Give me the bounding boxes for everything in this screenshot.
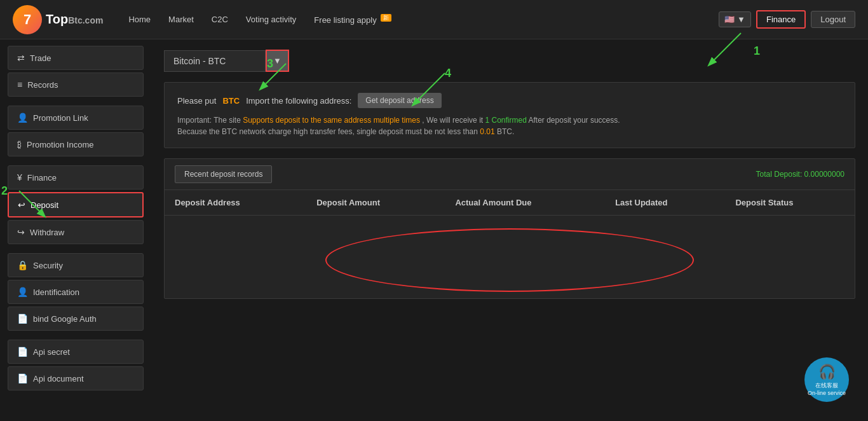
sidebar-item-security[interactable]: 🔒 Security: [8, 253, 144, 277]
btc-end: BTC.: [497, 127, 514, 136]
header-right: 🇺🇸 ▼ Finance Logout: [719, 10, 855, 29]
nav-badge: 新: [381, 14, 391, 22]
logo-btc: Btc: [68, 15, 83, 25]
sidebar-group-3: ¥ Finance ↩ Deposit ↪ Withdraw: [8, 165, 144, 244]
nav-voting[interactable]: Voting activity: [246, 15, 297, 24]
sidebar-item-label: Api secret: [33, 347, 70, 357]
col-last-updated: Last Updated: [605, 190, 725, 216]
sidebar-item-label: bind Google Auth: [33, 314, 97, 324]
get-deposit-address-button[interactable]: Get deposit address: [358, 93, 441, 108]
sidebar-item-label: Security: [33, 261, 63, 270]
security-icon: 🔒: [17, 260, 28, 270]
nav-free-listing[interactable]: Free listing apply 新: [314, 14, 391, 25]
empty-records-area: [165, 222, 855, 298]
recent-deposit-records-tab[interactable]: Recent deposit records: [175, 165, 272, 183]
sidebar-item-label: Promotion Link: [33, 113, 88, 123]
sidebar-item-api-document[interactable]: 📄 Api document: [8, 366, 144, 390]
col-deposit-status: Deposit Status: [725, 190, 855, 216]
dropdown-arrow-icon: ▼: [737, 15, 745, 24]
mid-text1: , We will receive it: [422, 116, 485, 125]
sidebar-item-promotion-income[interactable]: ₿ Promotion Income: [8, 132, 144, 156]
confirmed-text: 1 Confirmed: [485, 116, 526, 125]
sidebar-group-2: 👤 Promotion Link ₿ Promotion Income: [8, 106, 144, 156]
header: 7 TopBtc.com Home Market C2C Voting acti…: [0, 0, 868, 39]
promotion-income-icon: ₿: [17, 139, 22, 149]
google-auth-icon: 📄: [17, 314, 28, 324]
finance-icon: ¥: [17, 172, 22, 183]
logout-button[interactable]: Logout: [811, 11, 855, 28]
sidebar-item-records[interactable]: ≡ Records: [8, 72, 144, 97]
online-service-english: On-line service: [808, 390, 846, 396]
nav-c2c[interactable]: C2C: [212, 15, 228, 24]
sidebar-item-deposit[interactable]: ↩ Deposit: [8, 192, 144, 217]
sidebar-item-label: Records: [27, 80, 58, 90]
nav-links: Home Market C2C Voting activity Free lis…: [128, 14, 719, 25]
records-table: Deposit Address Deposit Amount Actual Am…: [165, 190, 855, 216]
sidebar-item-label: Api document: [33, 374, 84, 383]
sidebar-item-label: Finance: [27, 173, 57, 183]
table-header-row: Deposit Address Deposit Amount Actual Am…: [165, 190, 855, 216]
logo-number: 7: [24, 11, 31, 28]
sidebar-item-label: Withdraw: [30, 228, 64, 237]
logo-suffix: .com: [83, 15, 104, 25]
coin-selector-row: Bitcoin - BTC ▼: [164, 50, 855, 72]
col-deposit-amount: Deposit Amount: [306, 190, 445, 216]
arrow-down-icon: ▼: [273, 56, 281, 66]
headset-icon: 🎧: [818, 364, 836, 380]
sidebar-item-label: Deposit: [31, 200, 58, 210]
sidebar-item-api-secret[interactable]: 📄 Api secret: [8, 340, 144, 364]
sidebar-item-promotion-link[interactable]: 👤 Promotion Link: [8, 106, 144, 130]
trade-icon: ⇄: [17, 53, 25, 63]
sidebar-item-finance[interactable]: ¥ Finance: [8, 165, 144, 190]
records-section: Recent deposit records Total Deposit: 0.…: [164, 158, 855, 299]
min-amount: 0.01: [480, 127, 494, 136]
deposit-icon: ↩: [18, 200, 25, 210]
content-area: Bitcoin - BTC ▼ Please put BTC Import th…: [151, 39, 868, 421]
main-layout: ⇄ Trade ≡ Records 👤 Promotion Link ₿ Pro…: [0, 39, 868, 421]
records-header: Recent deposit records Total Deposit: 0.…: [165, 159, 855, 190]
online-service-button[interactable]: 🎧 在线客服 On-line service: [804, 357, 849, 402]
col-deposit-address: Deposit Address: [165, 190, 306, 216]
withdraw-icon: ↪: [17, 227, 25, 237]
nav-market[interactable]: Market: [168, 15, 194, 24]
deposit-suffix: Import the following address:: [246, 96, 351, 106]
deposit-prefix: Please put: [177, 96, 216, 106]
deposit-info-line2: Important: The site Supports deposit to …: [177, 114, 842, 137]
total-deposit-label: Total Deposit:: [756, 170, 804, 179]
sidebar-group-5: 📄 Api secret 📄 Api document: [8, 340, 144, 390]
total-deposit-display: Total Deposit: 0.00000000: [756, 170, 844, 179]
total-deposit-value: 0.00000000: [804, 170, 844, 179]
coin-value: Bitcoin - BTC: [173, 56, 226, 66]
sidebar-item-trade[interactable]: ⇄ Trade: [8, 46, 144, 70]
logo-circle: 7: [13, 5, 42, 34]
sidebar-item-label: Identification: [33, 287, 79, 297]
support-text: Supports deposit to the same address mul…: [243, 116, 420, 125]
sidebar-item-google-auth[interactable]: 📄 bind Google Auth: [8, 307, 144, 331]
logo-text: TopBtc.com: [46, 12, 103, 27]
sidebar-group-4: 🔒 Security 👤 Identification 📄 bind Googl…: [8, 253, 144, 331]
red-oval-annotation: [325, 228, 694, 292]
identification-icon: 👤: [17, 287, 28, 297]
finance-button[interactable]: Finance: [756, 10, 806, 29]
api-document-icon: 📄: [17, 373, 28, 383]
important-prefix: Important: The site: [177, 116, 243, 125]
logo-area: 7 TopBtc.com: [13, 5, 103, 34]
sidebar-item-label: Promotion Income: [27, 140, 94, 149]
sidebar-item-withdraw[interactable]: ↪ Withdraw: [8, 220, 144, 244]
nav-home[interactable]: Home: [128, 15, 151, 24]
deposit-info-line1: Please put BTC Import the following addr…: [177, 93, 842, 108]
online-service-chinese: 在线客服: [815, 382, 838, 390]
records-icon: ≡: [17, 79, 22, 90]
flag-icon: 🇺🇸: [724, 15, 735, 24]
language-selector[interactable]: 🇺🇸 ▼: [719, 11, 751, 27]
coin-selector[interactable]: Bitcoin - BTC: [164, 50, 266, 72]
sidebar-group-1: ⇄ Trade ≡ Records: [8, 46, 144, 97]
sidebar-item-identification[interactable]: 👤 Identification: [8, 280, 144, 304]
promotion-link-icon: 👤: [17, 113, 28, 123]
sidebar-item-label: Trade: [30, 53, 51, 63]
deposit-info-box: Please put BTC Import the following addr…: [164, 82, 855, 148]
col-actual-amount: Actual Amount Due: [445, 190, 605, 216]
coin-selector-arrow[interactable]: ▼: [266, 50, 289, 72]
api-secret-icon: 📄: [17, 347, 28, 357]
fee-notice: Because the BTC network charge high tran…: [177, 127, 480, 136]
